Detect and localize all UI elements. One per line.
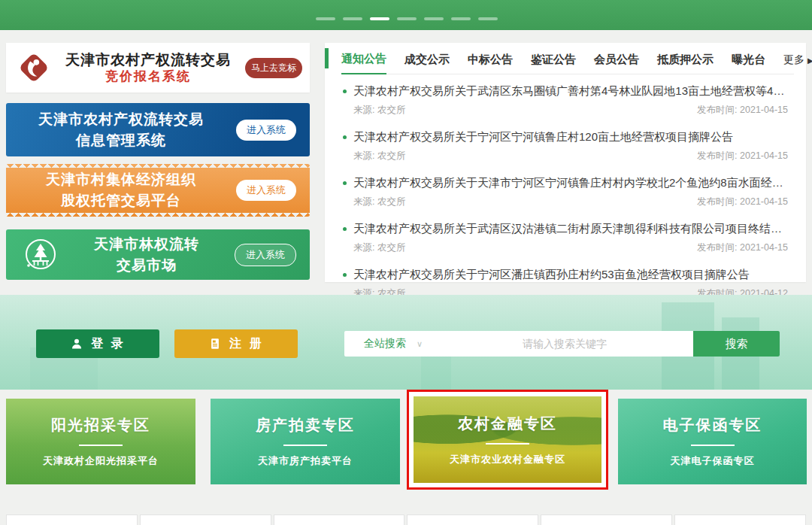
notice-tabs: 通知公告 成交公示 中标公告 鉴证公告 会员公告 抵质押公示 曝光台 更多▶	[341, 43, 794, 74]
list-item: 天津农村产权交易所关于宁河区宁河镇鲁庄村120亩土地经营权项目摘牌公告 来源: …	[343, 123, 788, 162]
zone-divider	[283, 445, 327, 446]
zone-title: 电子保函专区	[663, 415, 762, 435]
more-arrow-icon: ▶	[807, 56, 812, 65]
zone-subtitle: 天津市农业农村金融专区	[450, 453, 565, 466]
banner-line1: 天津市林权流转	[59, 234, 235, 255]
tab-accent-bar	[325, 48, 329, 68]
notice-title-link[interactable]: 天津农村产权交易所关于天津市宁河区宁河镇鲁庄村村内学校北2个鱼池约8亩水面经营.…	[353, 176, 788, 190]
notice-list: 天津农村产权交易所关于武清区东马圈镇广善村第4号林业队园地13亩土地经营权等4个…	[325, 74, 806, 300]
banner-line1: 天津市村集体经济组织	[6, 169, 236, 190]
search-bar: 全站搜索 ∨ 搜索	[344, 331, 780, 357]
notice-title-link[interactable]: 天津农村产权交易所关于宁河区潘庄镇西孙庄村约53亩鱼池经营权项目摘牌公告	[353, 268, 750, 282]
notice-time: 发布时间: 2021-04-15	[697, 196, 788, 208]
info-management-banner[interactable]: 天津市农村产权流转交易 信息管理系统 进入系统	[6, 103, 310, 156]
zone-card-e-guarantee[interactable]: 电子保函专区 天津电子保函专区	[618, 399, 807, 484]
search-input[interactable]	[436, 331, 693, 357]
carousel-dash[interactable]	[424, 17, 444, 20]
carousel-dash-active[interactable]	[370, 17, 389, 20]
bidding-system-card: 天津市农村产权流转交易 竞价报名系统 马上去竞标	[6, 43, 310, 93]
zone-card-property-auction[interactable]: 房产拍卖专区 天津市房产拍卖平台	[211, 399, 400, 484]
zone-card-sunshine-procurement[interactable]: 阳光招采专区 天津政村企阳光招采平台	[6, 399, 195, 484]
bottom-box	[541, 514, 672, 525]
zone-subtitle: 天津电子保函专区	[671, 454, 755, 468]
carousel-dash[interactable]	[316, 17, 335, 20]
list-item: 天津农村产权交易所关于武清区东马圈镇广善村第4号林业队园地13亩土地经营权等4个…	[343, 77, 788, 117]
tab-certification[interactable]: 鉴证公告	[531, 53, 576, 74]
enter-forest-market-button[interactable]: 进入系统	[235, 244, 296, 266]
bottom-box	[140, 514, 271, 525]
banner-line2: 交易市场	[59, 255, 235, 276]
user-icon	[70, 337, 83, 351]
notice-time: 发布时间: 2021-04-15	[697, 241, 788, 254]
forest-rights-title: 天津市林权流转 交易市场	[59, 234, 235, 275]
banner-line1: 天津市农村产权流转交易	[6, 109, 236, 130]
tab-member[interactable]: 会员公告	[594, 53, 639, 74]
zone-divider	[79, 445, 123, 446]
zone-divider	[486, 443, 529, 445]
zone-subtitle: 天津市房产拍卖平台	[258, 454, 353, 468]
search-button[interactable]: 搜索	[693, 331, 780, 357]
carousel-dash[interactable]	[478, 17, 498, 20]
bidding-title-line1: 天津市农村产权流转交易	[51, 51, 245, 69]
bullet-icon	[343, 90, 347, 93]
forest-rights-banner[interactable]: 天津市林权流转 交易市场 进入系统	[6, 229, 310, 280]
notice-source: 来源: 农交所	[353, 150, 405, 162]
exchange-logo-icon	[17, 50, 51, 85]
notice-time: 发布时间: 2021-04-15	[697, 104, 788, 117]
login-button[interactable]: 登 录	[36, 329, 159, 358]
go-bid-button[interactable]: 马上去竞标	[245, 58, 302, 78]
zone-subtitle: 天津政村企阳光招采平台	[43, 454, 159, 468]
enter-equity-system-button[interactable]: 进入系统	[236, 180, 296, 201]
tab-exposure[interactable]: 曝光台	[732, 53, 765, 74]
search-scope-select[interactable]: 全站搜索 ∨	[344, 331, 436, 357]
bottom-box	[274, 514, 405, 525]
zone-card-rural-finance[interactable]: 农村金融专区 天津市农业农村金融专区	[414, 396, 601, 483]
zone-title: 农村金融专区	[458, 414, 557, 434]
chevron-down-icon: ∨	[417, 339, 423, 349]
bottom-strip	[6, 514, 806, 525]
notice-source: 来源: 农交所	[353, 104, 405, 117]
tab-deal-publicity[interactable]: 成交公示	[404, 53, 450, 74]
notice-source: 来源: 农交所	[353, 241, 405, 254]
carousel-dash[interactable]	[397, 17, 417, 20]
notice-source: 来源: 农交所	[353, 196, 405, 208]
zone-title: 房产拍卖专区	[256, 415, 355, 435]
register-form-icon	[208, 337, 222, 351]
left-column: 天津市农村产权流转交易 竞价报名系统 马上去竞标 天津市农村产权流转交易 信息管…	[6, 43, 310, 280]
banner-line2: 信息管理系统	[6, 130, 236, 151]
bottom-box	[407, 514, 538, 525]
bullet-icon	[343, 181, 347, 185]
tab-more[interactable]: 更多▶	[783, 53, 812, 74]
notice-title-link[interactable]: 天津农村产权交易所关于武清区东马圈镇广善村第4号林业队园地13亩土地经营权等4个…	[353, 84, 788, 99]
bottom-box	[674, 514, 806, 525]
list-item: 天津农村产权交易所关于武清区汉沽港镇二街村原天津凯得利科技有限公司项目终结公告 …	[343, 215, 788, 254]
list-item: 天津农村产权交易所关于天津市宁河区宁河镇鲁庄村村内学校北2个鱼池约8亩水面经营.…	[343, 169, 788, 208]
info-management-title: 天津市农村产权流转交易 信息管理系统	[6, 109, 236, 150]
bottom-box	[6, 514, 138, 525]
tab-notice-announcements[interactable]: 通知公告	[341, 52, 386, 74]
equity-custody-banner[interactable]: 天津市村集体经济组织 股权托管交易平台 进入系统	[6, 164, 310, 217]
notice-panel: 通知公告 成交公示 中标公告 鉴证公告 会员公告 抵质押公示 曝光台 更多▶ 天…	[325, 43, 806, 282]
equity-custody-title: 天津市村集体经济组织 股权托管交易平台	[6, 169, 236, 211]
register-button[interactable]: 注 册	[174, 329, 298, 358]
top-carousel-bar	[0, 0, 812, 30]
bullet-icon	[343, 135, 347, 139]
notice-title-link[interactable]: 天津农村产权交易所关于宁河区宁河镇鲁庄村120亩土地经营权项目摘牌公告	[353, 130, 733, 144]
tab-pledge[interactable]: 抵质押公示	[657, 53, 714, 74]
zone-divider	[691, 445, 735, 446]
carousel-dash[interactable]	[343, 17, 362, 20]
carousel-indicators	[316, 17, 498, 20]
bullet-icon	[343, 273, 347, 277]
enter-info-system-button[interactable]: 进入系统	[236, 120, 296, 141]
banner-line2: 股权托管交易平台	[6, 190, 236, 211]
zone-title: 阳光招采专区	[51, 415, 150, 435]
highlight-red-box: 农村金融专区 天津市农业农村金融专区	[407, 390, 608, 490]
bullet-icon	[343, 227, 347, 231]
carousel-dash[interactable]	[451, 17, 471, 20]
tree-icon	[23, 237, 59, 273]
notice-time: 发布时间: 2021-04-15	[697, 150, 788, 162]
tab-winning-bid[interactable]: 中标公告	[468, 53, 513, 74]
bidding-title-line2: 竞价报名系统	[51, 68, 245, 84]
notice-title-link[interactable]: 天津农村产权交易所关于武清区汉沽港镇二街村原天津凯得利科技有限公司项目终结公告	[353, 222, 788, 236]
bidding-system-title: 天津市农村产权流转交易 竞价报名系统	[51, 51, 245, 85]
